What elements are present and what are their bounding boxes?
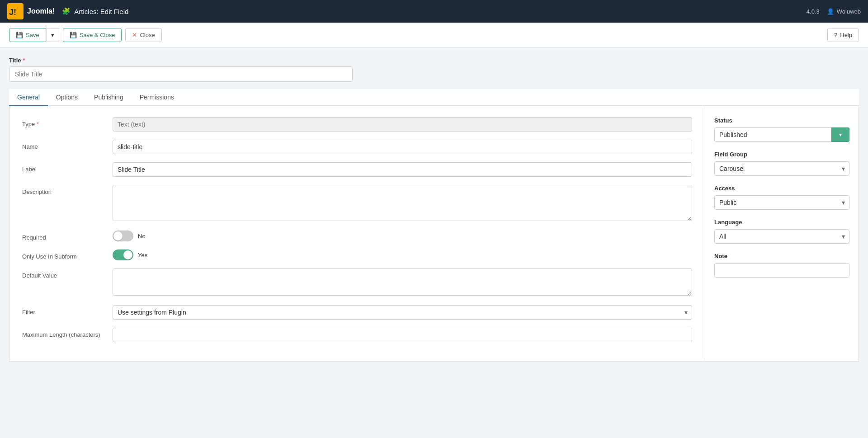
subform-label: Only Use In Subform (22, 250, 113, 260)
default-value-label: Default Value (22, 268, 113, 279)
help-icon: ? (834, 32, 837, 38)
filter-row: Filter Use settings from Plugin None Int… (22, 305, 692, 320)
name-input[interactable] (113, 140, 692, 154)
help-label: Help (840, 32, 852, 38)
label-control (113, 162, 692, 177)
filter-select[interactable]: Use settings from Plugin None Integer (113, 305, 692, 320)
description-label: Description (22, 185, 113, 195)
user-icon: 👤 (827, 8, 834, 15)
subform-toggle[interactable] (113, 250, 133, 260)
save-close-icon: 💾 (70, 32, 77, 38)
user-button[interactable]: 👤 Woluweb (827, 8, 861, 15)
status-select-wrap: Published Unpublished Archived Trashed ▾ (714, 127, 849, 142)
close-button[interactable]: ✕ Close (125, 28, 161, 42)
field-group-label: Field Group (714, 151, 849, 158)
required-row: Required No (22, 231, 692, 241)
note-label: Note (714, 253, 849, 259)
brand-name: Joomla! (27, 7, 55, 15)
subform-row: Only Use In Subform Yes (22, 250, 692, 260)
name-control (113, 140, 692, 154)
max-length-label: Maximum Length (characters) (22, 328, 113, 338)
status-select[interactable]: Published Unpublished Archived Trashed (714, 127, 831, 142)
title-input[interactable] (9, 66, 353, 82)
navbar: J! Joomla! 🧩 Articles: Edit Field 4.0.3 … (0, 0, 868, 23)
tab-publishing[interactable]: Publishing (86, 89, 132, 106)
default-value-row: Default Value (22, 268, 692, 297)
status-field: Status Published Unpublished Archived Tr… (714, 117, 849, 142)
max-length-control (113, 328, 692, 342)
access-select[interactable]: Public Guest Registered Special Super Us… (714, 195, 849, 210)
version-label: 4.0.3 (807, 8, 820, 15)
subform-toggle-wrap: Yes (113, 250, 692, 260)
form-panel: Type * Name Label (9, 106, 859, 362)
puzzle-icon: 🧩 (62, 7, 71, 15)
navbar-brand: J! Joomla! (7, 3, 55, 19)
status-label: Status (714, 117, 849, 124)
svg-text:J!: J! (9, 8, 16, 17)
title-section: Title * (9, 57, 859, 82)
close-icon: ✕ (132, 32, 137, 38)
language-field: Language All ▾ (714, 219, 849, 244)
save-close-button[interactable]: 💾 Save & Close (63, 28, 122, 42)
close-label: Close (140, 32, 155, 38)
subform-toggle-label: Yes (138, 252, 147, 259)
language-select-wrap: All ▾ (714, 229, 849, 244)
form-main: Type * Name Label (9, 106, 705, 361)
type-input (113, 117, 692, 132)
access-label: Access (714, 185, 849, 192)
title-label: Title * (9, 57, 859, 64)
filter-label: Filter (22, 305, 113, 316)
field-group-select-wrap: - None Selected - Carousel ▾ (714, 161, 849, 176)
max-length-input[interactable] (113, 328, 692, 342)
title-required-star: * (23, 57, 25, 64)
toolbar-right: ? Help (827, 28, 859, 42)
tab-permissions[interactable]: Permissions (132, 89, 182, 106)
save-dropdown-button[interactable]: ▾ (46, 28, 59, 42)
label-row: Label (22, 162, 692, 177)
label-input[interactable] (113, 162, 692, 177)
tab-options[interactable]: Options (48, 89, 86, 106)
type-control (113, 117, 692, 132)
joomla-logo-icon: J! (7, 3, 24, 19)
type-required-star: * (37, 121, 39, 127)
help-button[interactable]: ? Help (827, 28, 859, 42)
navbar-left: J! Joomla! 🧩 Articles: Edit Field (7, 3, 128, 19)
tabs: General Options Publishing Permissions (9, 89, 859, 106)
navbar-right: 4.0.3 👤 Woluweb (807, 8, 861, 15)
note-input[interactable] (714, 263, 849, 278)
name-label: Name (22, 140, 113, 150)
required-label: Required (22, 231, 113, 241)
default-value-textarea[interactable] (113, 268, 692, 296)
filter-control: Use settings from Plugin None Integer ▾ (113, 305, 692, 320)
status-green-button[interactable]: ▾ (831, 127, 849, 142)
required-control: No (113, 231, 692, 241)
page-heading: Articles: Edit Field (74, 8, 128, 15)
dropdown-arrow-icon: ▾ (51, 32, 54, 38)
save-icon: 💾 (16, 32, 23, 38)
main-content: Title * General Options Publishing Permi… (0, 48, 868, 371)
label-field-label: Label (22, 162, 113, 173)
required-toggle-label: No (138, 233, 146, 240)
type-row: Type * (22, 117, 692, 132)
save-button[interactable]: 💾 Save (9, 28, 46, 42)
required-toggle[interactable] (113, 231, 133, 241)
note-field: Note (714, 253, 849, 278)
save-button-group: 💾 Save ▾ (9, 28, 59, 42)
required-toggle-wrap: No (113, 231, 692, 241)
field-group-select[interactable]: - None Selected - Carousel (714, 161, 849, 176)
type-label: Type * (22, 117, 113, 127)
language-label: Language (714, 219, 849, 226)
filter-select-wrap: Use settings from Plugin None Integer ▾ (113, 305, 692, 320)
access-select-wrap: Public Guest Registered Special Super Us… (714, 195, 849, 210)
language-select[interactable]: All (714, 229, 849, 244)
description-control (113, 185, 692, 222)
save-close-label: Save & Close (80, 32, 115, 38)
description-textarea[interactable] (113, 185, 692, 221)
user-name: Woluweb (837, 8, 861, 15)
description-row: Description (22, 185, 692, 222)
save-label: Save (26, 32, 39, 38)
tab-general[interactable]: General (9, 89, 48, 106)
access-field: Access Public Guest Registered Special S… (714, 185, 849, 210)
toolbar: 💾 Save ▾ 💾 Save & Close ✕ Close ? Help (0, 23, 868, 48)
field-group-field: Field Group - None Selected - Carousel ▾ (714, 151, 849, 176)
